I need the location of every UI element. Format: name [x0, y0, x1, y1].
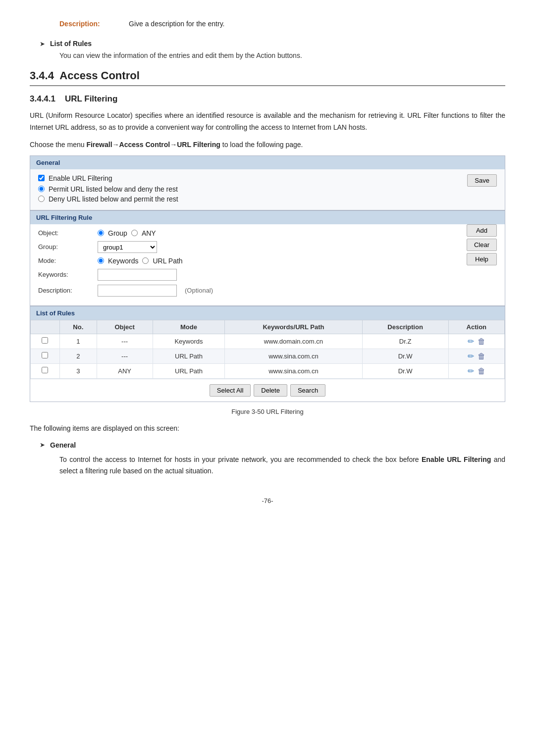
- delete-icon[interactable]: 🗑: [478, 337, 485, 346]
- description-input[interactable]: [98, 285, 177, 297]
- object-control: Group ANY: [98, 229, 156, 237]
- general-section-heading: ➤ General: [30, 441, 505, 449]
- list-of-rules-title: List of Rules: [50, 40, 92, 48]
- clear-button[interactable]: Clear: [467, 239, 497, 251]
- arrow-icon: ➤: [40, 40, 45, 48]
- desc-control: (Optional): [98, 285, 213, 297]
- group-select[interactable]: group1: [98, 241, 157, 253]
- select-all-button[interactable]: Select All: [210, 384, 251, 397]
- search-button[interactable]: Search: [290, 384, 325, 397]
- table-footer: Select All Delete Search: [30, 379, 505, 402]
- url-filtering-rule-panel: URL Filtering Rule Object: Group ANY Gro…: [30, 210, 505, 306]
- section-344-heading: 3.4.4 Access Control: [30, 69, 505, 86]
- row-checkbox[interactable]: [42, 367, 48, 373]
- row-checkbox[interactable]: [42, 337, 48, 344]
- row-checkbox-cell: [31, 363, 60, 378]
- delete-button[interactable]: Delete: [254, 384, 287, 397]
- add-button[interactable]: Add: [467, 224, 497, 237]
- col-action: Action: [448, 320, 504, 334]
- help-button[interactable]: Help: [467, 253, 497, 265]
- figure-caption: Figure 3-50 URL Filtering: [30, 408, 505, 415]
- enable-url-filtering-checkbox[interactable]: [38, 175, 45, 181]
- list-of-rules-panel: List of Rules No. Object Mode Keywords/U…: [30, 306, 505, 402]
- row-mode: Keywords: [153, 334, 225, 349]
- enable-bold: Enable URL Filtering: [422, 455, 491, 463]
- keywords-field-label: Keywords:: [38, 271, 98, 278]
- url-filtering-rule-body: Object: Group ANY Group: group1 Mode: Ke…: [30, 224, 505, 305]
- row-object: ---: [97, 349, 153, 363]
- save-btn-container: Save: [467, 174, 497, 187]
- row-mode: URL Path: [153, 363, 225, 378]
- list-of-rules-heading: ➤ List of Rules: [30, 40, 505, 48]
- keywords-radio[interactable]: [98, 257, 104, 264]
- list-of-rules-panel-header: List of Rules: [30, 306, 505, 320]
- object-group-label: Group: [108, 229, 127, 237]
- col-checkbox: [31, 320, 60, 334]
- url-filtering-rule-header: URL Filtering Rule: [30, 211, 505, 224]
- list-of-rules-panel-body: No. Object Mode Keywords/URL Path Descri…: [30, 320, 505, 402]
- following-text: The following items are displayed on thi…: [30, 424, 505, 432]
- table-header-row: No. Object Mode Keywords/URL Path Descri…: [31, 320, 505, 334]
- row-description: Dr.W: [362, 349, 448, 363]
- general-arrow-icon: ➤: [40, 441, 45, 449]
- row-object: ---: [97, 334, 153, 349]
- object-group-radio[interactable]: [98, 230, 104, 236]
- general-panel: General Enable URL Filtering Permit URL …: [30, 155, 505, 210]
- mode-label: Mode:: [38, 257, 98, 264]
- row-keywords: www.sina.com.cn: [225, 363, 362, 378]
- url-path-radio[interactable]: [142, 257, 149, 264]
- delete-icon[interactable]: 🗑: [478, 352, 485, 361]
- row-keywords: www.domain.com.cn: [225, 334, 362, 349]
- save-button[interactable]: Save: [467, 174, 497, 187]
- desc-field-label: Description:: [38, 287, 98, 294]
- object-label: Object:: [38, 229, 98, 237]
- row-checkbox-cell: [31, 334, 60, 349]
- table-row: 1 --- Keywords www.domain.com.cn Dr.Z ✏ …: [31, 334, 505, 349]
- mode-control: Keywords URL Path: [98, 257, 183, 265]
- row-keywords: www.sina.com.cn: [225, 349, 362, 363]
- deny-radio[interactable]: [38, 196, 45, 202]
- object-any-radio[interactable]: [131, 230, 138, 236]
- group-control: group1: [98, 241, 157, 253]
- general-panel-body: Enable URL Filtering Permit URL listed b…: [30, 169, 505, 210]
- enable-url-filtering-label: Enable URL Filtering: [49, 174, 112, 182]
- description-label: Description:: [59, 20, 114, 28]
- row-action: ✏ 🗑: [448, 349, 504, 363]
- row-checkbox-cell: [31, 349, 60, 363]
- row-object: ANY: [97, 363, 153, 378]
- delete-icon[interactable]: 🗑: [478, 367, 485, 376]
- section-3441-heading: 3.4.4.1 URL Filtering: [30, 94, 505, 104]
- rules-table: No. Object Mode Keywords/URL Path Descri…: [30, 320, 505, 379]
- nav-text: Choose the menu Firewall→Access Control→…: [30, 141, 505, 149]
- group-label: Group:: [38, 243, 98, 251]
- table-row: 2 --- URL Path www.sina.com.cn Dr.W ✏ 🗑: [31, 349, 505, 363]
- general-panel-header: General: [30, 156, 505, 169]
- col-keywords: Keywords/URL Path: [225, 320, 362, 334]
- permit-radio-row: Permit URL listed below and deny the res…: [38, 185, 497, 193]
- row-mode: URL Path: [153, 349, 225, 363]
- row-checkbox[interactable]: [42, 352, 48, 358]
- keywords-input[interactable]: [98, 269, 177, 281]
- mode-row: Mode: Keywords URL Path: [38, 257, 497, 265]
- edit-icon[interactable]: ✏: [468, 366, 474, 376]
- permit-radio[interactable]: [38, 186, 45, 192]
- list-of-rules-subtext: You can view the information of the entr…: [30, 51, 505, 59]
- url-filter-body-text: URL (Uniform Resource Locator) specifies…: [30, 110, 505, 134]
- object-any-label: ANY: [142, 229, 156, 237]
- row-description: Dr.Z: [362, 334, 448, 349]
- deny-radio-row: Deny URL listed below and permit the res…: [38, 195, 497, 203]
- deny-label: Deny URL listed below and permit the res…: [49, 195, 178, 203]
- row-action: ✏ 🗑: [448, 363, 504, 378]
- rule-action-buttons: Add Clear Help: [467, 224, 497, 265]
- object-row: Object: Group ANY: [38, 229, 497, 237]
- row-no: 1: [59, 334, 97, 349]
- edit-icon[interactable]: ✏: [468, 337, 474, 346]
- row-no: 3: [59, 363, 97, 378]
- general-section-body: To control the access to Internet for ho…: [30, 454, 505, 478]
- description-text: Give a description for the entry.: [129, 20, 225, 28]
- edit-icon[interactable]: ✏: [468, 352, 474, 361]
- enable-url-filtering-row: Enable URL Filtering: [38, 174, 497, 182]
- col-mode: Mode: [153, 320, 225, 334]
- col-description: Description: [362, 320, 448, 334]
- col-object: Object: [97, 320, 153, 334]
